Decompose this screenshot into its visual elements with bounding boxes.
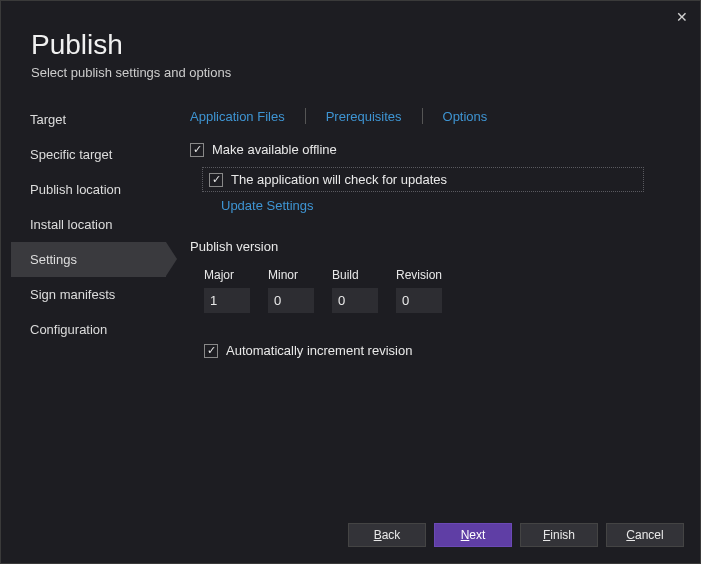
sidebar-item-sign-manifests[interactable]: Sign manifests	[11, 277, 166, 312]
section-label-publish-version: Publish version	[190, 239, 676, 254]
label-build: Build	[332, 268, 380, 282]
sidebar: Target Specific target Publish location …	[1, 102, 166, 358]
page-title: Publish	[31, 29, 700, 61]
checkbox-check-updates[interactable]: The application will check for updates	[209, 172, 637, 187]
checkbox-label: Automatically increment revision	[226, 343, 412, 358]
input-minor[interactable]	[268, 288, 314, 313]
label-major: Major	[204, 268, 252, 282]
sidebar-item-publish-location[interactable]: Publish location	[11, 172, 166, 207]
checkbox-make-offline[interactable]: Make available offline	[190, 142, 676, 157]
check-icon	[204, 344, 218, 358]
finish-button[interactable]: Finish	[520, 523, 598, 547]
check-icon	[190, 143, 204, 157]
checkbox-label: The application will check for updates	[231, 172, 447, 187]
sidebar-item-specific-target[interactable]: Specific target	[11, 137, 166, 172]
input-revision[interactable]	[396, 288, 442, 313]
link-update-settings[interactable]: Update Settings	[221, 198, 676, 213]
input-build[interactable]	[332, 288, 378, 313]
sidebar-item-settings[interactable]: Settings	[11, 242, 166, 277]
sidebar-item-configuration[interactable]: Configuration	[11, 312, 166, 347]
close-icon[interactable]: ✕	[676, 9, 688, 25]
check-icon	[209, 173, 223, 187]
checkbox-label: Make available offline	[212, 142, 337, 157]
input-major[interactable]	[204, 288, 250, 313]
label-minor: Minor	[268, 268, 316, 282]
sidebar-item-install-location[interactable]: Install location	[11, 207, 166, 242]
label-revision: Revision	[396, 268, 444, 282]
sidebar-item-target[interactable]: Target	[11, 102, 166, 137]
cancel-button[interactable]: Cancel	[606, 523, 684, 547]
back-button[interactable]: Back	[348, 523, 426, 547]
tab-application-files[interactable]: Application Files	[190, 109, 305, 124]
tab-prerequisites[interactable]: Prerequisites	[306, 109, 422, 124]
page-subtitle: Select publish settings and options	[31, 65, 700, 80]
checkbox-auto-increment[interactable]: Automatically increment revision	[204, 343, 676, 358]
tab-options[interactable]: Options	[423, 109, 508, 124]
next-button[interactable]: Next	[434, 523, 512, 547]
